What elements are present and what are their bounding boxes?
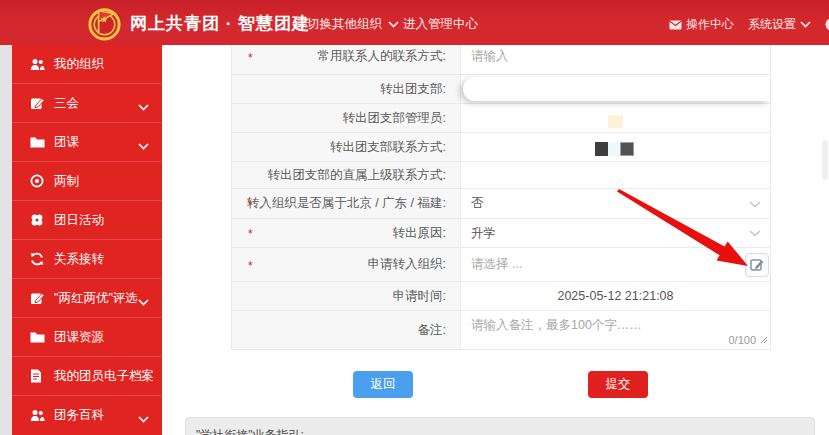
- sidebar-item-label: 我的团员电子档案: [54, 368, 154, 385]
- sidebar-item-league-day-activity[interactable]: 团日活动: [12, 201, 162, 240]
- field-label: 申请转入组织:: [368, 256, 446, 273]
- help-link[interactable]: ? 帮助: [825, 16, 829, 33]
- edit-organization-button[interactable]: [745, 253, 769, 277]
- reason-select-value: 升学: [471, 225, 496, 242]
- left-gutter: [0, 45, 12, 435]
- back-button[interactable]: 返回: [353, 371, 413, 398]
- header-right-nav: 操作中心 系统设置 ? 帮助: [669, 16, 829, 33]
- region-select-value: 否: [471, 195, 484, 212]
- sidebar-item-two-red-two-excellent[interactable]: "两红两优"评选: [12, 279, 162, 318]
- sidebar-item-label: 团日活动: [54, 212, 104, 229]
- form-row-superior-contact: 转出团支部的直属上级联系方式:: [232, 162, 770, 189]
- users-icon: [30, 57, 45, 72]
- chevron-down-icon: [749, 226, 761, 240]
- users-icon: [30, 408, 45, 423]
- field-label: 转出团支部的直属上级联系方式:: [268, 167, 446, 184]
- sidebar-item-label: 三会: [54, 95, 79, 112]
- switch-org-link[interactable]: 切换其他组织: [307, 16, 399, 33]
- compose-icon: [30, 291, 45, 306]
- field-label: 申请时间:: [393, 288, 446, 305]
- form-row-region-select: *转入组织是否属于北京 / 广东 / 福建: 否: [232, 189, 770, 219]
- sidebar-item-label: 团课: [54, 134, 79, 151]
- form-row-transfer-reason: *转出原因: 升学: [232, 219, 770, 248]
- sidebar-item-label: "两红两优"评选: [54, 290, 138, 307]
- required-asterisk: *: [248, 198, 253, 212]
- form-row-remark: 备注: 请输入备注，最多100个字…… 0/100: [232, 311, 770, 349]
- sidebar-item-label: 团务百科: [54, 407, 104, 424]
- sidebar-item-league-class[interactable]: 团课: [12, 123, 162, 162]
- main-content: *常用联系人的联系方式: 请输入 转出团支部: 转出团支部管理员: 转出团支部联…: [162, 45, 829, 435]
- chevron-down-icon: [138, 412, 149, 426]
- mail-icon: [669, 20, 682, 30]
- redacted-value-box: [463, 77, 770, 101]
- target-icon: [30, 174, 45, 189]
- redacted-value-block: [608, 115, 623, 128]
- sidebar-item-class-resources[interactable]: 团课资源: [12, 318, 162, 357]
- sidebar-item-member-e-archive[interactable]: 我的团员电子档案: [12, 357, 162, 396]
- chevron-down-icon: [138, 100, 149, 114]
- sidebar-item-my-organization[interactable]: 我的组织: [12, 45, 162, 84]
- field-label: 转出团支部:: [380, 81, 446, 98]
- required-asterisk: *: [248, 259, 253, 273]
- resize-handle-icon[interactable]: [760, 333, 768, 347]
- folder-icon: [30, 330, 45, 345]
- form-row-branch-contact: 转出团支部联系方式:: [232, 133, 770, 162]
- form-row-apply-time: 申请时间: 2025-05-12 21:21:08: [232, 282, 770, 311]
- redacted-value-block: [595, 142, 608, 156]
- sidebar-item-two-systems[interactable]: 两制: [12, 162, 162, 201]
- apply-time-value: 2025-05-12 21:21:08: [471, 289, 770, 303]
- field-label: 转出团支部联系方式:: [330, 139, 446, 156]
- sidebar-item-label: 我的组织: [54, 56, 104, 73]
- contact-method-input[interactable]: 请输入: [471, 48, 509, 65]
- sidebar-item-label: 团课资源: [54, 329, 104, 346]
- required-asterisk: *: [248, 51, 253, 65]
- ops-center-link[interactable]: 操作中心: [669, 16, 734, 33]
- remark-textarea[interactable]: 请输入备注，最多100个字…… 0/100: [461, 311, 770, 349]
- chevron-down-icon: [800, 21, 811, 28]
- sidebar-item-label: 关系接转: [54, 251, 104, 268]
- form-row-branch-admin: 转出团支部管理员:: [232, 104, 770, 133]
- edit-pencil-icon: [750, 257, 765, 272]
- field-label: 转出原因:: [393, 225, 446, 242]
- chevron-down-icon: [749, 197, 761, 211]
- enter-admin-link[interactable]: 进入管理中心: [403, 16, 478, 33]
- field-label: 常用联系人的联系方式:: [318, 48, 446, 65]
- scrollbar-thumb[interactable]: [822, 140, 828, 180]
- document-icon: [30, 369, 45, 384]
- folder-icon: [30, 135, 45, 150]
- region-select[interactable]: 否: [461, 189, 770, 218]
- chevron-down-icon: [138, 295, 149, 309]
- transfer-form-table: *常用联系人的联系方式: 请输入 转出团支部: 转出团支部管理员: 转出团支部联…: [231, 38, 771, 350]
- compose-icon: [30, 96, 45, 111]
- remark-placeholder: 请输入备注，最多100个字……: [471, 317, 642, 334]
- app-title: 网上共青团 · 智慧团建: [130, 12, 310, 35]
- field-label: 转入组织是否属于北京 / 广东 / 福建:: [247, 195, 446, 212]
- reason-select[interactable]: 升学: [461, 219, 770, 247]
- redacted-value-gap: [608, 142, 620, 156]
- char-counter: 0/100: [728, 334, 756, 346]
- business-guide-title: "学社衔接"业务指引:: [196, 428, 304, 435]
- business-guide-bar: "学社衔接"业务指引:: [185, 417, 815, 435]
- league-emblem-logo: [85, 3, 124, 42]
- submit-button[interactable]: 提交: [588, 371, 648, 398]
- form-row-outgoing-branch: 转出团支部:: [232, 75, 770, 104]
- sidebar-item-relation-transfer[interactable]: 关系接转: [12, 240, 162, 279]
- sidebar-menu: 我的组织 三会 团课 两制 团日活动 关系接转 "两红两优"评选 团课资源 我的…: [12, 45, 162, 435]
- chevron-down-icon: [138, 139, 149, 153]
- sync-icon: [30, 252, 45, 267]
- sidebar-item-label: 两制: [54, 173, 79, 190]
- chevron-down-icon: [388, 21, 399, 28]
- top-header: 网上共青团 · 智慧团建 切换其他组织 进入管理中心 操作中心 系统设置 ? 帮…: [0, 0, 829, 45]
- sidebar-item-three-meetings[interactable]: 三会: [12, 84, 162, 123]
- sidebar-item-league-wiki[interactable]: 团务百科: [12, 396, 162, 435]
- system-settings-link[interactable]: 系统设置: [748, 16, 811, 33]
- target-organization-picker[interactable]: 请选择 ...: [471, 256, 522, 273]
- form-row-target-organization: *申请转入组织: 请选择 ...: [232, 248, 770, 282]
- field-label: 备注:: [418, 322, 446, 339]
- required-asterisk: *: [248, 227, 253, 241]
- field-label: 转出团支部管理员:: [343, 110, 446, 127]
- help-icon: ?: [825, 18, 829, 31]
- clover-icon: [30, 213, 45, 228]
- redacted-value-block: [620, 142, 634, 156]
